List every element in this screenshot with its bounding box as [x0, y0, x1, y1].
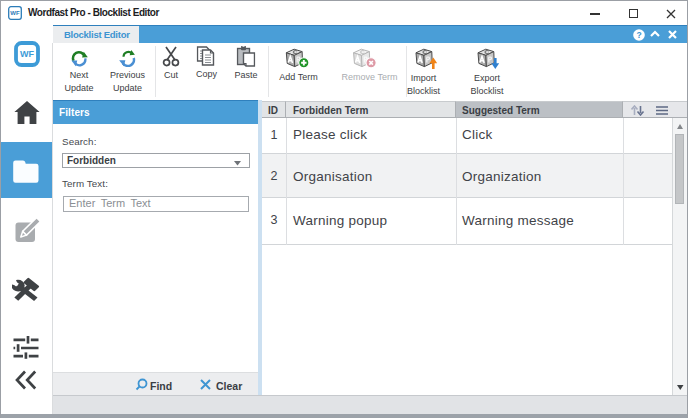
svg-text:WF: WF — [20, 49, 34, 59]
svg-text:?: ? — [636, 30, 641, 40]
svg-text:WF: WF — [10, 10, 20, 16]
